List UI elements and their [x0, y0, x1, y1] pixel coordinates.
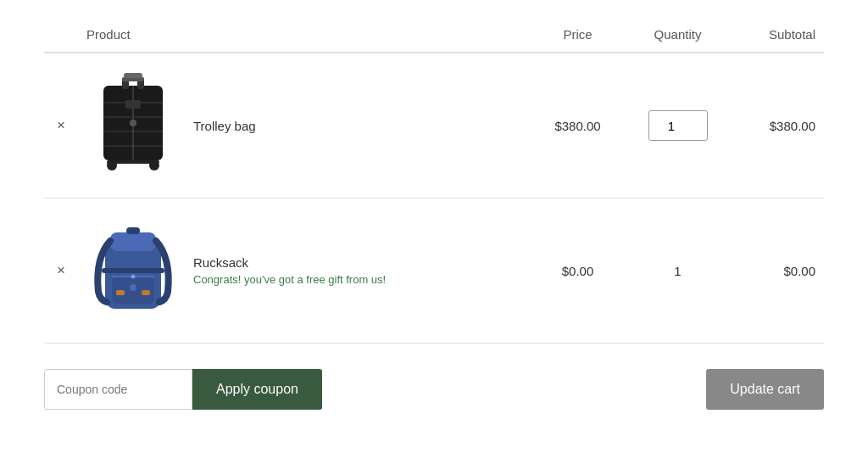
- apply-coupon-button[interactable]: Apply coupon: [192, 369, 322, 410]
- svg-rect-21: [126, 227, 140, 234]
- svg-rect-13: [125, 100, 141, 109]
- table-row: ×: [44, 53, 824, 198]
- trolley-bag-image: [86, 70, 180, 181]
- rucksack-image: [86, 215, 180, 326]
- svg-rect-16: [110, 232, 156, 251]
- trolley-product-info: Trolley bag: [193, 119, 256, 133]
- svg-rect-22: [116, 290, 125, 295]
- trolley-bag-name: Trolley bag: [193, 119, 256, 133]
- svg-point-20: [131, 275, 136, 279]
- remove-icon: ×: [57, 117, 65, 133]
- remove-icon: ×: [57, 262, 65, 278]
- coupon-code-input[interactable]: [44, 369, 192, 410]
- rucksack-promo: Congrats! you've got a free gift from us…: [193, 273, 386, 286]
- svg-rect-18: [102, 268, 164, 273]
- trolley-quantity-input[interactable]: [648, 110, 708, 141]
- header-row: Product Price Quantity Subtotal: [44, 17, 824, 53]
- coupon-section: Apply coupon: [44, 369, 322, 410]
- rucksack-price: $0.00: [562, 264, 594, 278]
- rucksack-subtotal-cell: $0.00: [732, 198, 824, 344]
- cart-table-head: Product Price Quantity Subtotal: [44, 17, 824, 53]
- remove-rucksack-button[interactable]: ×: [44, 198, 78, 344]
- cart-table: Product Price Quantity Subtotal ×: [44, 17, 824, 344]
- col-subtotal-header: Subtotal: [732, 17, 824, 53]
- product-cell-rucksack: Rucksack Congrats! you've got a free gif…: [78, 198, 532, 344]
- rucksack-quantity-cell: 1: [623, 198, 732, 344]
- rucksack-price-cell: $0.00: [532, 198, 623, 344]
- col-quantity-header: Quantity: [623, 17, 732, 53]
- update-cart-button[interactable]: Update cart: [706, 369, 824, 410]
- col-product-header: Product: [78, 17, 532, 53]
- product-cell-trolley: Trolley bag: [78, 53, 532, 198]
- svg-point-9: [130, 120, 136, 126]
- cart-container: Product Price Quantity Subtotal ×: [19, 0, 849, 427]
- rucksack-product-info: Rucksack Congrats! you've got a free gif…: [193, 255, 386, 286]
- trolley-subtotal: $380.00: [770, 119, 815, 133]
- product-info-trolley: Trolley bag: [86, 70, 524, 181]
- remove-trolley-bag-button[interactable]: ×: [44, 53, 78, 198]
- trolley-price: $380.00: [554, 119, 600, 133]
- product-info-rucksack: Rucksack Congrats! you've got a free gif…: [86, 215, 524, 326]
- trolley-quantity-cell: [623, 53, 732, 198]
- cart-table-body: ×: [44, 53, 824, 344]
- trolley-subtotal-cell: $380.00: [732, 53, 824, 198]
- cart-actions: Apply coupon Update cart: [44, 369, 824, 410]
- svg-rect-14: [124, 73, 142, 78]
- col-remove-header: [44, 17, 78, 53]
- col-price-header: Price: [532, 17, 623, 53]
- svg-rect-12: [107, 160, 159, 164]
- rucksack-quantity: 1: [674, 264, 681, 278]
- table-row: ×: [44, 198, 824, 344]
- svg-point-24: [130, 284, 136, 291]
- trolley-price-cell: $380.00: [532, 53, 623, 198]
- svg-rect-23: [142, 290, 150, 295]
- rucksack-subtotal: $0.00: [783, 264, 815, 278]
- rucksack-name: Rucksack: [193, 255, 386, 270]
